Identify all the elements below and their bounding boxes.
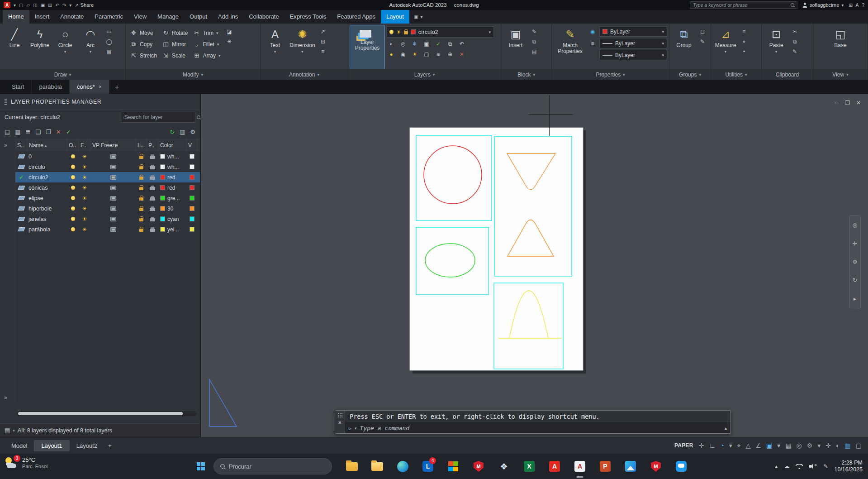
layer-freeze-icon[interactable]: ☀ bbox=[82, 164, 87, 170]
layer-freeze-icon[interactable]: ☀ bbox=[82, 216, 87, 222]
linetype-dropdown[interactable]: ByLayer ▾ bbox=[599, 38, 667, 48]
ribbon-tab[interactable]: Layout bbox=[381, 10, 409, 24]
ribbon-tab[interactable]: Annotate bbox=[55, 10, 89, 24]
point-style-icon[interactable]: • bbox=[739, 47, 749, 56]
layer-plot-icon[interactable] bbox=[150, 156, 155, 159]
panel-label-modify[interactable]: Modify ▾ bbox=[126, 69, 260, 80]
rectangle-icon[interactable]: ▭ bbox=[104, 27, 114, 36]
layer-on-icon[interactable] bbox=[71, 165, 75, 169]
pen-icon[interactable]: ✎ bbox=[823, 463, 828, 469]
layer-lock-icon[interactable] bbox=[139, 197, 143, 201]
layer-on-icon[interactable]: ● bbox=[386, 50, 396, 58]
ribbon-tab[interactable]: Parametric bbox=[89, 10, 128, 24]
move-gizmo-icon[interactable]: ✛ bbox=[825, 442, 831, 449]
panel-label-annotation[interactable]: Annotation ▾ bbox=[261, 69, 348, 80]
layer-on-icon[interactable] bbox=[71, 217, 75, 221]
ribbon-tab[interactable]: View bbox=[128, 10, 152, 24]
save-as-icon[interactable]: ▣ bbox=[41, 3, 45, 8]
chevron-down-icon[interactable]: ▾ bbox=[817, 442, 821, 449]
group-edit-icon[interactable]: ✎ bbox=[697, 37, 707, 46]
hatch-icon[interactable]: ▦ bbox=[104, 47, 114, 56]
layer-color-swatch[interactable] bbox=[160, 175, 165, 180]
file-tab[interactable]: Start ✕ bbox=[5, 80, 32, 94]
photos-icon[interactable] bbox=[621, 457, 640, 475]
command-input[interactable] bbox=[360, 425, 721, 431]
layer-row[interactable]: ✓ cónicas ☀ red bbox=[15, 182, 200, 193]
collapse-filters-icon[interactable]: » bbox=[4, 142, 7, 148]
new-property-filter-icon[interactable]: ▤ bbox=[5, 129, 10, 135]
folder-icon[interactable] bbox=[368, 457, 386, 475]
taskbar-search[interactable] bbox=[213, 458, 332, 474]
restore-icon[interactable]: ❐ bbox=[845, 100, 850, 106]
cut-icon[interactable]: ✂ bbox=[790, 27, 800, 36]
showmotion-icon[interactable]: ▸ bbox=[854, 296, 856, 302]
mcafee-icon[interactable]: M bbox=[470, 457, 488, 475]
column-header[interactable]: P.. ▴ bbox=[147, 139, 158, 151]
share-button[interactable]: ↗ Share bbox=[75, 2, 94, 8]
angle-icon[interactable]: ∠ bbox=[755, 442, 761, 449]
layer-on-icon[interactable] bbox=[71, 196, 75, 200]
undo-icon[interactable]: ↶ bbox=[56, 3, 59, 8]
panel-label-view[interactable]: View ▾ bbox=[813, 69, 868, 80]
match-properties-button[interactable]: ✎ Match Properties bbox=[554, 25, 587, 69]
layer-color-swatch[interactable] bbox=[160, 154, 165, 159]
scale-tool-button[interactable]: ⇲ Scale ▾ bbox=[161, 50, 190, 61]
copy-tool-button[interactable]: ⧉ Copy ▾ bbox=[128, 38, 159, 50]
autocad-logo-icon[interactable]: A bbox=[4, 2, 10, 8]
paste-button[interactable]: ⊡ Paste ▾ bbox=[764, 25, 789, 69]
redo-icon[interactable]: ↷ bbox=[62, 3, 66, 8]
layer-on-icon[interactable] bbox=[71, 227, 75, 231]
layer-freeze-icon[interactable]: ☀ bbox=[82, 185, 87, 191]
layer-on-icon[interactable] bbox=[71, 154, 75, 158]
layer-freeze-icon[interactable]: ☀ bbox=[82, 196, 87, 201]
isolate-filter-icon[interactable]: ▥ bbox=[180, 129, 185, 135]
layout-tab[interactable]: Layout2 bbox=[69, 440, 104, 451]
linetype-list-icon[interactable]: ≡ bbox=[588, 39, 598, 48]
command-grip-icon[interactable] bbox=[337, 412, 343, 417]
dimension-tool-button[interactable]: ✺ Dimension ▾ bbox=[288, 25, 317, 69]
layer-vp-color-swatch[interactable] bbox=[190, 175, 194, 180]
column-header[interactable]: O.. ▴ bbox=[67, 139, 79, 151]
hidden-icons-chevron-icon[interactable]: ▴ bbox=[775, 463, 778, 469]
excel-icon[interactable]: X bbox=[520, 457, 538, 475]
layer-plot-icon[interactable] bbox=[150, 187, 155, 190]
layer-unlock-icon[interactable]: ▢ bbox=[422, 50, 432, 58]
new-file-icon[interactable]: ▢ bbox=[19, 3, 23, 8]
circle-tool-button[interactable]: ○ Circle ▾ bbox=[52, 25, 78, 69]
stretch-tool-button[interactable]: ⇱ Stretch ▾ bbox=[128, 50, 159, 61]
layer-vp-color-swatch[interactable] bbox=[190, 185, 194, 190]
command-close-icon[interactable]: ✕ bbox=[338, 420, 342, 425]
chat-icon[interactable] bbox=[672, 457, 690, 475]
pan-icon[interactable]: ✛ bbox=[853, 240, 857, 247]
layer-plot-icon[interactable] bbox=[150, 218, 155, 221]
layer-color-swatch[interactable] bbox=[160, 164, 165, 169]
layer-freeze-icon[interactable]: ☀ bbox=[82, 227, 87, 232]
panel-label-utilities[interactable]: Utilities ▾ bbox=[711, 69, 761, 80]
layer-vp-freeze-icon[interactable] bbox=[110, 165, 116, 169]
layer-freeze-icon[interactable]: ❄ bbox=[410, 39, 420, 48]
save-icon[interactable]: ◫ bbox=[33, 3, 37, 8]
line-tool-button[interactable]: ╱ Line ▾ bbox=[2, 25, 27, 69]
column-header[interactable]: S.. ▴ bbox=[15, 139, 27, 151]
settings-gear-icon[interactable]: ⚙ bbox=[190, 129, 195, 135]
layer-vp-freeze-icon[interactable] bbox=[110, 154, 116, 159]
ribbon-tab[interactable]: Add-ins bbox=[213, 10, 243, 24]
autodesk-account-icon[interactable]: A bbox=[856, 3, 859, 8]
layer-vp-color-swatch[interactable] bbox=[190, 206, 194, 211]
layer-row[interactable]: ✓ parábola ☀ yel... bbox=[15, 224, 200, 235]
panel-label-groups[interactable]: Groups ▾ bbox=[669, 69, 711, 80]
annotation-scale-icon[interactable]: △ bbox=[746, 442, 751, 449]
isolate-objects-icon[interactable]: ◐ bbox=[836, 442, 840, 449]
quick-calc-icon[interactable]: ≡ bbox=[739, 27, 749, 36]
full-navigation-wheel-icon[interactable]: ◎ bbox=[853, 222, 857, 228]
define-attributes-icon[interactable]: ▤ bbox=[529, 47, 539, 56]
powerpoint-icon[interactable]: P bbox=[596, 457, 614, 475]
layer-vp-freeze-icon[interactable] bbox=[110, 206, 116, 211]
fillet-tool-button[interactable]: ◞ Fillet ▾ bbox=[191, 38, 222, 50]
file-explorer-icon[interactable] bbox=[343, 457, 361, 475]
table-icon[interactable]: ⊞ bbox=[318, 37, 328, 46]
command-customize-icon[interactable]: ▹ bbox=[349, 425, 351, 431]
layer-color-swatch[interactable] bbox=[160, 185, 165, 190]
ribbon-tab[interactable]: Output bbox=[184, 10, 213, 24]
palette-grip-icon[interactable] bbox=[5, 99, 7, 105]
